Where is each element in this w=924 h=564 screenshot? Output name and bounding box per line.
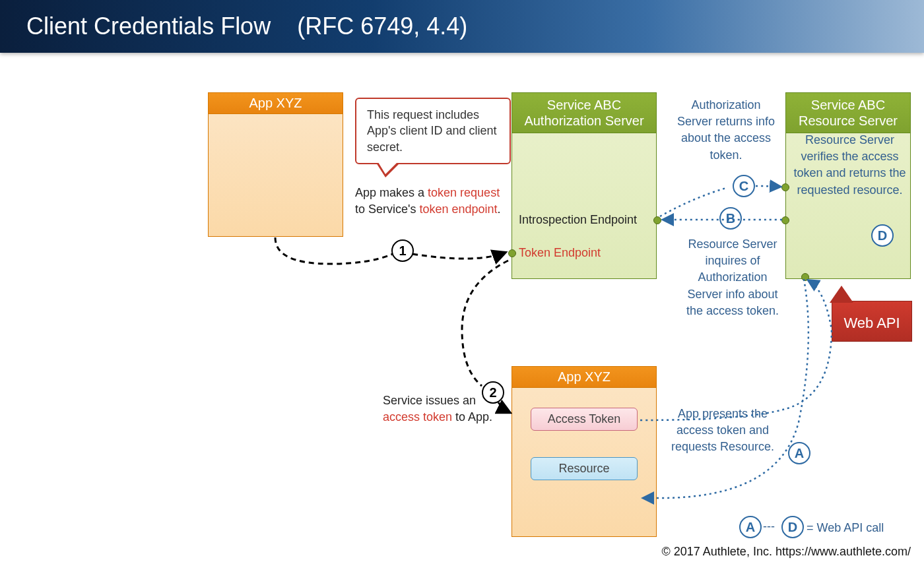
box-resource-server-title: Service ABC Resource Server bbox=[785, 92, 911, 133]
label-b: Resource Server inquires of Authorizatio… bbox=[680, 236, 785, 319]
label-c: Authorization Server returns info about … bbox=[673, 97, 779, 164]
chip-resource: Resource bbox=[531, 457, 638, 480]
box-app-bottom: App XYZ Access Token Resource bbox=[512, 366, 657, 537]
label-a: App presents the access token and reques… bbox=[667, 406, 779, 456]
letter-circle-a: A bbox=[788, 442, 810, 464]
label-step1: App makes a token request to Service's t… bbox=[355, 185, 504, 218]
title-main: Client Credentials Flow bbox=[26, 13, 271, 40]
dot-token bbox=[508, 249, 516, 257]
step-circle-2: 2 bbox=[482, 381, 504, 404]
web-api-label: Web API bbox=[843, 315, 900, 331]
legend-circle-d: D bbox=[781, 516, 804, 538]
diagram-stage: Client Credentials Flow (RFC 6749, 4.4) … bbox=[0, 0, 924, 564]
footer-credit: © 2017 Authlete, Inc. https://www.authle… bbox=[662, 545, 911, 559]
letter-circle-b: B bbox=[719, 207, 742, 230]
title-bar: Client Credentials Flow (RFC 6749, 4.4) bbox=[0, 0, 924, 53]
dot-rs-web bbox=[801, 273, 809, 281]
legend-circle-a: A bbox=[739, 516, 762, 538]
web-api-pointer-icon bbox=[830, 286, 853, 303]
letter-circle-d: D bbox=[871, 224, 894, 247]
dot-rs-b bbox=[781, 216, 789, 224]
box-app-bottom-title: App XYZ bbox=[512, 366, 657, 388]
box-auth-server-title: Service ABC Authorization Server bbox=[512, 92, 657, 133]
dot-introspection bbox=[653, 216, 661, 224]
bubble-token-request: This request includes App's client ID an… bbox=[355, 98, 511, 164]
chip-access-token: Access Token bbox=[531, 408, 638, 431]
title-rfc: (RFC 6749, 4.4) bbox=[297, 13, 467, 40]
legend-text: = Web API call bbox=[807, 520, 884, 536]
box-app-top-title: App XYZ bbox=[208, 92, 343, 114]
label-d: Resource Server verifies the access toke… bbox=[792, 132, 908, 199]
endpoint-introspection: Introspection Endpoint bbox=[519, 213, 637, 227]
box-web-api: Web API bbox=[832, 301, 912, 342]
endpoint-token: Token Endpoint bbox=[519, 246, 601, 260]
letter-circle-c: C bbox=[733, 175, 755, 197]
box-app-top: App XYZ bbox=[208, 92, 343, 237]
dot-rs-c bbox=[781, 183, 789, 191]
step-circle-1: 1 bbox=[391, 239, 414, 262]
legend-dash: --- bbox=[763, 518, 775, 535]
arrows-overlay bbox=[0, 0, 924, 564]
